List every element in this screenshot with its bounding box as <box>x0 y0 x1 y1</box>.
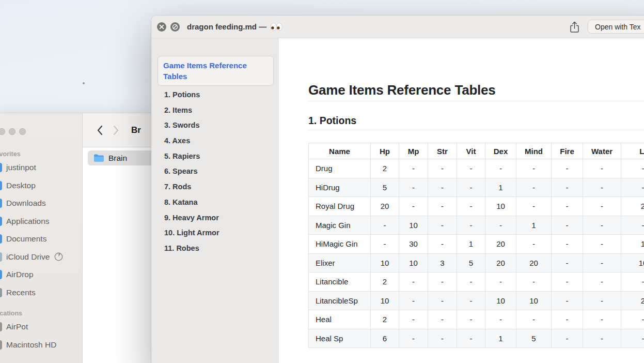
downloads-icon <box>0 199 2 208</box>
table-cell: - <box>428 329 457 348</box>
recents-icon <box>0 288 2 297</box>
block-button[interactable] <box>170 22 180 32</box>
sidebar-item-label: Downloads <box>6 199 46 208</box>
table-cell: - <box>485 159 516 178</box>
sidebar-item-desktop[interactable]: Desktop <box>0 177 82 195</box>
table-cell: - <box>457 329 485 348</box>
table-cell: - <box>552 159 583 178</box>
table-row: Drug2-------- <box>309 159 644 178</box>
table-cell: - <box>516 235 552 254</box>
table-cell: - <box>516 178 552 197</box>
close-button[interactable] <box>157 22 166 32</box>
documents-icon <box>0 234 2 244</box>
finder-toolbar: Br <box>83 113 163 147</box>
table-cell: - <box>428 273 457 292</box>
document-title: dragon feeding.md — <box>187 22 282 31</box>
table-cell: - <box>485 273 516 292</box>
toc-item[interactable]: 11. Robes <box>164 241 279 256</box>
toc-item[interactable]: 10. Light Armor <box>164 225 279 241</box>
forward-button[interactable] <box>113 125 120 135</box>
table-row: Elixer1010352020--10 <box>309 253 644 273</box>
table-cell: HiDrug <box>309 178 371 197</box>
table-header-cell: Fire <box>552 143 583 159</box>
share-button[interactable] <box>570 21 579 35</box>
table-header-cell: Vit <box>457 143 485 159</box>
minimize-window-button[interactable] <box>9 128 15 135</box>
table-cell: - <box>399 178 428 197</box>
table-cell: 2 <box>371 159 399 178</box>
table-cell: - <box>516 197 552 216</box>
table-cell: - <box>552 216 583 235</box>
table-cell: - <box>516 159 552 178</box>
zoom-window-button[interactable] <box>19 128 26 135</box>
sidebar-item-justinpot[interactable]: justinpot <box>0 159 82 177</box>
sidebar-item-recents[interactable]: Recents <box>0 284 82 302</box>
table-cell: - <box>552 329 583 348</box>
table-header-cell: Name <box>309 143 371 159</box>
sidebar-item-applications[interactable]: Applications <box>0 213 82 231</box>
toc-item[interactable]: 1. Potions <box>164 87 279 103</box>
toc-item-selected[interactable]: Game Items Reference Tables <box>158 56 274 86</box>
toc-item[interactable]: 5. Rapiers <box>164 149 279 164</box>
toc-item[interactable]: 7. Rods <box>164 179 279 195</box>
toc-item[interactable]: 8. Katana <box>164 195 279 210</box>
toc-item[interactable]: 4. Axes <box>164 133 279 149</box>
table-cell: 5 <box>516 329 552 348</box>
sidebar-item-macintosh-hd[interactable]: Macintosh HD <box>0 336 82 354</box>
table-cell: Heal <box>309 310 371 329</box>
chevron-left-icon <box>97 125 103 135</box>
toc-sidebar: Game Items Reference Tables 1. Potions2.… <box>151 38 279 363</box>
sidebar-item-documents[interactable]: Documents <box>0 230 82 248</box>
table-row: Heal2-------- <box>309 310 644 329</box>
sidebar-item-downloads[interactable]: Downloads <box>0 194 82 213</box>
close-window-button[interactable] <box>0 128 5 135</box>
sidebar-item-airdrop[interactable]: AirDrop <box>0 266 82 284</box>
table-cell: - <box>457 159 485 178</box>
sidebar-item-label: Macintosh HD <box>6 340 56 350</box>
table-cell: 1 <box>457 235 485 254</box>
table-header-cell: Hp <box>371 143 399 159</box>
table-cell: 3 <box>428 253 457 273</box>
sidebar-item-label: justinpot <box>6 163 36 172</box>
table-cell: 1 <box>485 329 516 348</box>
open-with-button[interactable]: Open with Tex <box>588 20 644 34</box>
sidebar-item-icloud-drive[interactable]: iCloud Drive <box>0 248 82 266</box>
desktop-speck <box>83 82 85 84</box>
table-cell: 10 <box>399 216 428 235</box>
table-cell: - <box>583 197 621 216</box>
table-cell: - <box>552 310 583 329</box>
toc-item[interactable]: 3. Swords <box>164 118 279 133</box>
sidebar-item-label: AirDrop <box>6 270 34 279</box>
toc-item[interactable]: 9. Heavy Armor <box>164 210 279 226</box>
file-row-brain[interactable]: Brain <box>88 150 160 165</box>
table-cell: - <box>428 197 457 216</box>
sidebar-item-label: Recents <box>6 288 36 297</box>
sidebar-item-label: AirPot <box>6 322 28 331</box>
desktop-icon <box>0 181 2 190</box>
table-cell: - <box>371 235 399 254</box>
back-button[interactable] <box>96 125 103 135</box>
window-controls <box>0 128 26 135</box>
toc-item[interactable]: 2. Items <box>164 103 279 118</box>
table-cell: - <box>516 273 552 292</box>
table-cell: 2 <box>621 197 644 216</box>
table-cell: Magic Gin <box>309 216 371 235</box>
table-cell: - <box>428 159 457 178</box>
table-cell: - <box>552 273 583 292</box>
table-cell: - <box>621 159 644 178</box>
sidebar-item-airpot[interactable]: AirPot <box>0 318 82 336</box>
file-name: Brain <box>108 154 127 163</box>
toc-item[interactable]: 6. Spears <box>164 164 279 179</box>
table-row: Litancible2-------- <box>309 273 644 292</box>
table-cell: Heal Sp <box>309 329 371 348</box>
table-cell: 1 <box>516 216 552 235</box>
table-cell: - <box>399 273 428 292</box>
toc-list: 1. Potions2. Items3. Swords4. Axes5. Rap… <box>151 87 279 256</box>
icloud-icon <box>0 252 2 262</box>
table-cell: 2 <box>621 291 644 310</box>
open-with-label: Open with Tex <box>595 23 640 31</box>
table-cell: - <box>399 291 428 310</box>
table-cell: - <box>583 178 621 197</box>
table-cell: 20 <box>485 235 516 254</box>
table-cell: - <box>399 197 428 216</box>
